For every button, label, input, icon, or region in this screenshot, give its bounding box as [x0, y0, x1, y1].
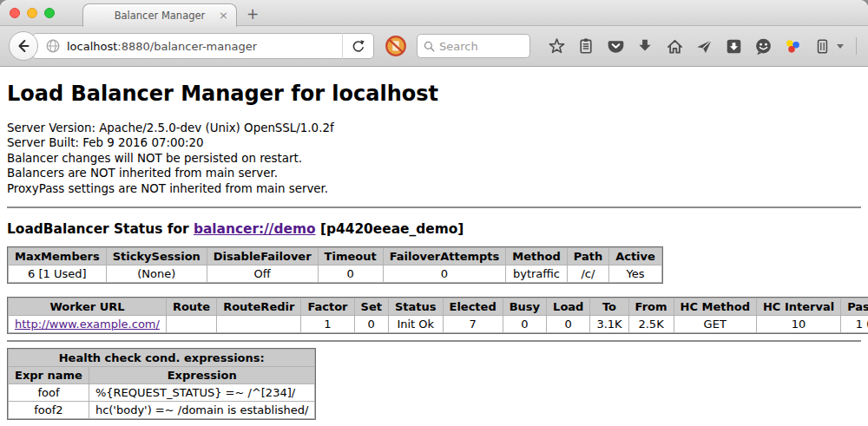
col-to: To	[590, 298, 628, 316]
status-heading-prefix: LoadBalancer Status for	[7, 221, 189, 237]
col-route: Route	[166, 298, 216, 316]
balancer-link[interactable]: balancer://demo	[194, 221, 316, 237]
cell-expression: hc('body') =~ /domain is established/	[89, 402, 315, 419]
browser-window: Balancer Manager × + localhost:8880/bala…	[0, 0, 868, 426]
page-content: Load Balancer Manager for localhost Serv…	[0, 67, 868, 425]
address-bar[interactable]: localhost:8880/balancer-manager	[32, 33, 374, 59]
reading-list-icon[interactable]	[576, 36, 595, 56]
cell-passes: 1 (0)	[841, 316, 868, 333]
cell-factor: 1	[301, 316, 354, 333]
server-info-line: Server Version: Apache/2.5.0-dev (Unix) …	[7, 121, 868, 135]
col-busy: Busy	[503, 298, 546, 316]
search-input[interactable]	[439, 40, 517, 53]
cell-status: Init Ok	[388, 316, 443, 333]
col-expr-name: Expr name	[9, 367, 89, 384]
pocket-icon[interactable]	[606, 36, 625, 56]
col-timeout: Timeout	[318, 248, 383, 265]
cell-timeout: 0	[318, 265, 383, 283]
minimize-window-button[interactable]	[27, 8, 37, 18]
close-tab-icon[interactable]: ×	[219, 10, 228, 22]
col-passes: Passes	[841, 298, 868, 316]
new-tab-button[interactable]: +	[247, 5, 259, 23]
col-disablefailover: DisableFailover	[207, 248, 318, 265]
tab-title: Balancer Manager	[115, 10, 206, 22]
globe-icon[interactable]	[45, 38, 61, 54]
table-title-row: Health check cond. expressions:	[9, 350, 315, 367]
chat-smiley-icon[interactable]	[753, 36, 773, 56]
table-row: 6 [1 Used] (None) Off 0 0 bytraffic /c/ …	[9, 265, 662, 283]
health-table-wrap: Health check cond. expressions: Expr nam…	[7, 348, 316, 420]
video-download-icon[interactable]	[724, 36, 743, 56]
health-table-title: Health check cond. expressions:	[9, 350, 315, 367]
status-heading: LoadBalancer Status for balancer://demo …	[7, 221, 868, 237]
table-row: http://www.example.com/ 1 0 Init Ok 7 0 …	[9, 316, 868, 333]
cell-route	[166, 316, 216, 333]
cell-maxmembers: 6 [1 Used]	[9, 265, 107, 283]
server-info: Server Version: Apache/2.5.0-dev (Unix) …	[7, 121, 868, 196]
container-icon[interactable]	[812, 36, 832, 56]
col-stickysession: StickySession	[106, 248, 207, 265]
cell-failoverattempts: 0	[383, 265, 506, 283]
col-from: From	[628, 298, 674, 316]
table-row: foof %{REQUEST_STATUS} =~ /^[234]/	[9, 384, 315, 402]
toolbar-separator	[856, 37, 857, 55]
reload-icon	[351, 39, 365, 54]
status-heading-suffix: [p4420eeae_demo]	[320, 221, 464, 237]
url-path: :8880/balancer-manager	[117, 40, 257, 53]
downloads-icon[interactable]	[635, 36, 654, 56]
col-failoverattempts: FailoverAttempts	[383, 248, 506, 265]
cell-hc-interval: 10	[756, 316, 840, 333]
cell-method: bytraffic	[506, 265, 567, 283]
toolbar-icons	[547, 36, 868, 56]
cell-to: 3.1K	[590, 316, 628, 333]
address-input[interactable]: localhost:8880/balancer-manager	[67, 40, 257, 53]
col-hc-interval: HC Interval	[756, 298, 840, 316]
divider	[7, 206, 861, 208]
cell-expr-name: foof2	[9, 402, 89, 419]
col-expression: Expression	[89, 367, 315, 384]
addon-dots-icon[interactable]	[783, 36, 802, 56]
tab-balancer-manager[interactable]: Balancer Manager ×	[82, 3, 237, 27]
col-method: Method	[506, 248, 567, 265]
cell-load: 0	[547, 316, 590, 333]
server-info-line: Balancers are NOT inherited from main se…	[7, 166, 868, 180]
chevron-down-icon[interactable]	[837, 44, 844, 49]
col-path: Path	[567, 248, 608, 265]
cell-stickysession: (None)	[106, 265, 207, 283]
zoom-window-button[interactable]	[44, 8, 55, 18]
reload-button[interactable]	[342, 33, 373, 59]
balancer-table: MaxMembers StickySession DisableFailover…	[8, 247, 662, 283]
col-routeredir: RouteRedir	[217, 298, 301, 316]
search-bar[interactable]	[417, 34, 530, 58]
cell-elected: 7	[443, 316, 503, 333]
col-set: Set	[354, 298, 388, 316]
col-factor: Factor	[301, 298, 354, 316]
table-header-row: MaxMembers StickySession DisableFailover…	[9, 248, 662, 265]
cell-set: 0	[354, 316, 388, 333]
home-icon[interactable]	[665, 36, 684, 56]
table-row: foof2 hc('body') =~ /domain is establish…	[9, 402, 315, 419]
cell-hc-method: GET	[674, 316, 756, 333]
col-worker-url: Worker URL	[9, 298, 167, 316]
send-plane-icon[interactable]	[694, 36, 713, 56]
back-button[interactable]	[9, 31, 38, 61]
worker-table-wrap: Worker URL Route RouteRedir Factor Set S…	[7, 297, 868, 334]
server-info-line: ProxyPass settings are NOT inherited fro…	[7, 181, 868, 196]
search-icon	[423, 40, 436, 53]
health-check-table: Health check cond. expressions: Expr nam…	[8, 349, 315, 419]
table-header-row: Worker URL Route RouteRedir Factor Set S…	[9, 298, 868, 316]
cell-expression: %{REQUEST_STATUS} =~ /^[234]/	[89, 384, 315, 402]
titlebar[interactable]: Balancer Manager × +	[0, 0, 868, 26]
col-load: Load	[547, 298, 590, 316]
worker-url-link[interactable]: http://www.example.com/	[15, 318, 160, 331]
cell-from: 2.5K	[628, 316, 674, 333]
traffic-lights	[10, 8, 55, 18]
worker-table: Worker URL Route RouteRedir Factor Set S…	[8, 298, 868, 333]
cell-disablefailover: Off	[207, 265, 318, 283]
page-title: Load Balancer Manager for localhost	[7, 67, 868, 106]
col-maxmembers: MaxMembers	[9, 248, 107, 265]
close-window-button[interactable]	[10, 8, 20, 18]
back-arrow-icon	[15, 37, 32, 55]
image-block-icon[interactable]	[385, 35, 407, 57]
bookmark-star-icon[interactable]	[547, 36, 566, 56]
